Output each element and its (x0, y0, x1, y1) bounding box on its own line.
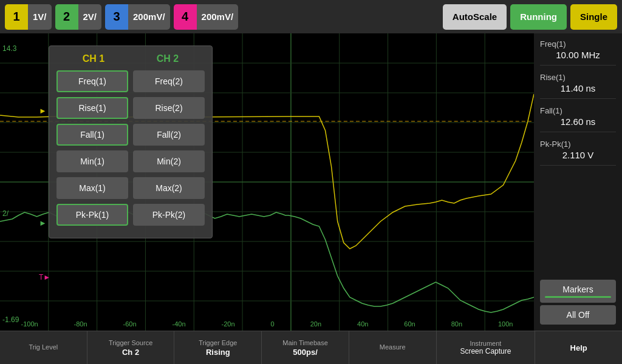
trigger-edge-value: Rising (206, 348, 230, 357)
x-label-10: 100n (498, 320, 513, 328)
measure-row: Fall(1)Fall(2) (56, 124, 205, 146)
instrument-button[interactable]: Instrument Screen Capture (437, 331, 536, 364)
trigger-source-value: Ch 2 (122, 348, 139, 357)
measure-row: Max(1)Max(2) (56, 177, 205, 199)
measurement-value: 10.00 MHz (540, 50, 616, 60)
ch4-number: 4 (174, 4, 197, 30)
running-button[interactable]: Running (510, 4, 567, 30)
measure-btn-min-2-[interactable]: Min(2) (133, 150, 205, 172)
measure-panel: CH 1 CH 2 Freq(1)Freq(2)Rise(1)Rise(2)Fa… (49, 46, 213, 238)
x-label-4: -20n (222, 320, 235, 328)
measurement-item: Rise(1)11.40 ns (540, 73, 616, 99)
measurement-label: Freq(1) (540, 39, 616, 49)
autoscale-button[interactable]: AutoScale (443, 4, 507, 30)
markers-button[interactable]: Markers (540, 280, 616, 303)
ch2-button[interactable]: 2 2V/ (55, 4, 102, 30)
measure-ch1-label: CH 1 (83, 53, 104, 64)
measure-btn-pk-pk-2-[interactable]: Pk-Pk(2) (133, 204, 205, 226)
x-axis-labels: -100n -80n -60n -40n -20n 0 20n 40n 60n … (0, 320, 534, 328)
measure-ch2-label: CH 2 (157, 53, 179, 64)
ch2-number: 2 (55, 4, 78, 30)
right-panel: Freq(1)10.00 MHzRise(1)11.40 nsFall(1)12… (534, 33, 622, 331)
main-area: 14.3 2/ -1.69 ► ► T► CH 1 CH 2 Freq(1)Fr… (0, 33, 622, 331)
instrument-title: Instrument (470, 340, 501, 347)
trigger-edge-button[interactable]: Trigger Edge Rising (174, 331, 262, 364)
trigger-source-button[interactable]: Trigger Source Ch 2 (87, 331, 175, 364)
measure-btn-min-1-[interactable]: Min(1) (56, 150, 128, 172)
x-label-7: 40n (357, 320, 368, 328)
trigger-source-title: Trigger Source (109, 339, 152, 346)
main-timebase-title: Main Timebase (282, 339, 328, 346)
measurement-item: Fall(1)12.60 ns (540, 106, 616, 132)
x-label-5: 0 (271, 320, 275, 328)
measurement-label: Pk-Pk(1) (540, 140, 616, 149)
measurement-list: Freq(1)10.00 MHzRise(1)11.40 nsFall(1)12… (540, 39, 616, 173)
measure-btn-freq-1-[interactable]: Freq(1) (56, 70, 128, 92)
ch1-number: 1 (5, 4, 28, 30)
measure-header: CH 1 CH 2 (56, 53, 205, 64)
measure-btn-fall-1-[interactable]: Fall(1) (56, 124, 128, 146)
ch4-button[interactable]: 4 200mV/ (174, 4, 239, 30)
ch2-marker-arrow: ► (39, 218, 47, 228)
help-button[interactable]: Help (535, 331, 622, 364)
y-label-mid: 2/ (2, 209, 9, 218)
top-bar: 1 1V/ 2 2V/ 3 200mV/ 4 200mV/ AutoScale … (0, 0, 622, 33)
measure-row: Freq(1)Freq(2) (56, 70, 205, 92)
x-label-0: -100n (21, 320, 38, 328)
measure-btn-max-1-[interactable]: Max(1) (56, 177, 128, 199)
alloff-button[interactable]: All Off (540, 305, 616, 325)
main-timebase-value: 500ps/ (293, 348, 317, 357)
x-label-3: -40n (173, 320, 186, 328)
single-button[interactable]: Single (570, 4, 617, 30)
x-label-8: 60n (404, 320, 415, 328)
measurement-label: Fall(1) (540, 106, 616, 115)
measurement-value: 2.110 V (540, 150, 616, 160)
measure-row: Rise(1)Rise(2) (56, 97, 205, 119)
measure-row: Min(1)Min(2) (56, 150, 205, 172)
measure-title: Measure (380, 343, 406, 351)
ch3-number: 3 (105, 4, 128, 30)
bottom-bar: Trig Level Trigger Source Ch 2 Trigger E… (0, 331, 622, 364)
measure-btn-fall-2-[interactable]: Fall(2) (133, 124, 205, 146)
ch3-scale: 200mV/ (128, 4, 170, 30)
trigger-marker: T► (39, 273, 50, 281)
x-label-9: 80n (451, 320, 462, 328)
ch3-button[interactable]: 3 200mV/ (105, 4, 170, 30)
measure-btn-rise-2-[interactable]: Rise(2) (133, 97, 205, 119)
instrument-subtitle: Screen Capture (460, 347, 511, 356)
measure-rows: Freq(1)Freq(2)Rise(1)Rise(2)Fall(1)Fall(… (56, 70, 205, 226)
measure-btn-freq-2-[interactable]: Freq(2) (133, 70, 205, 92)
trig-level-button[interactable]: Trig Level (0, 331, 87, 364)
x-label-6: 20n (310, 320, 321, 328)
measure-row: Pk-Pk(1)Pk-Pk(2) (56, 204, 205, 226)
scope-display: 14.3 2/ -1.69 ► ► T► CH 1 CH 2 Freq(1)Fr… (0, 33, 534, 331)
measurement-label: Rise(1) (540, 73, 616, 82)
x-label-1: -80n (74, 320, 87, 328)
ch1-button[interactable]: 1 1V/ (5, 4, 52, 30)
markers-label: Markers (562, 285, 593, 294)
trig-level-title: Trig Level (29, 343, 58, 351)
ch2-scale: 2V/ (78, 4, 102, 30)
main-timebase-button[interactable]: Main Timebase 500ps/ (262, 331, 349, 364)
measure-btn-rise-1-[interactable]: Rise(1) (56, 97, 128, 119)
markers-indicator (545, 296, 611, 298)
x-label-2: -60n (123, 320, 137, 328)
measure-btn-max-2-[interactable]: Max(2) (133, 177, 205, 199)
help-label: Help (570, 343, 587, 352)
measure-button[interactable]: Measure (349, 331, 437, 364)
trigger-edge-title: Trigger Edge (199, 339, 237, 346)
measurement-value: 11.40 ns (540, 83, 616, 93)
measurement-item: Freq(1)10.00 MHz (540, 39, 616, 66)
measurement-item: Pk-Pk(1)2.110 V (540, 140, 616, 166)
ch1-marker-arrow: ► (39, 106, 47, 115)
ch4-scale: 200mV/ (197, 4, 239, 30)
ch1-scale: 1V/ (28, 4, 52, 30)
y-label-top: 14.3 (2, 44, 16, 53)
measurement-value: 12.60 ns (540, 116, 616, 127)
measure-btn-pk-pk-1-[interactable]: Pk-Pk(1) (56, 204, 128, 226)
